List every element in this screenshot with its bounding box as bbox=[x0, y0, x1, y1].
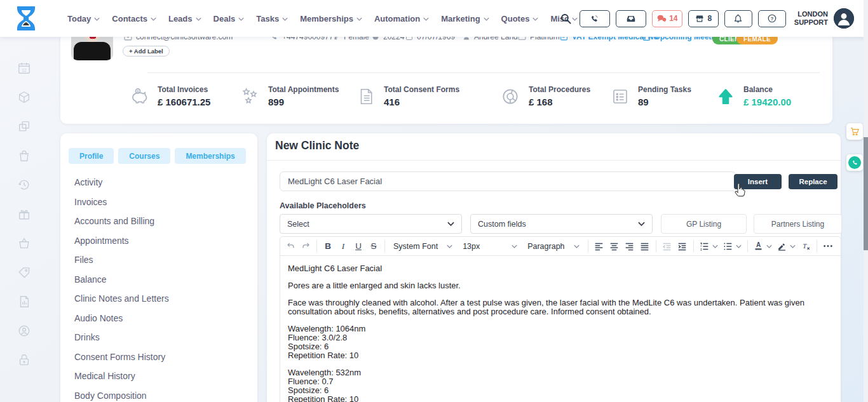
phone-icon bbox=[848, 156, 861, 169]
indent-button[interactable] bbox=[675, 239, 690, 254]
outdent-button[interactable] bbox=[660, 239, 675, 254]
align-right-button[interactable] bbox=[622, 239, 637, 254]
nav-item-leads[interactable]: Leads bbox=[168, 14, 201, 23]
insert-button[interactable]: Insert bbox=[734, 174, 782, 189]
strikethrough-button[interactable]: S bbox=[366, 239, 381, 254]
ordered-list-button[interactable] bbox=[697, 239, 712, 254]
menu-item-clinic-notes-and-letters[interactable]: Clinic Notes and Letters bbox=[74, 289, 169, 309]
replace-button[interactable]: Replace bbox=[789, 174, 837, 189]
editor-toolbar: B I U S System Font 13px Paragraph bbox=[280, 237, 841, 256]
note-line: Fluence: 3.0/2.8 bbox=[288, 333, 833, 342]
partners-listing-button[interactable]: Partners Listing bbox=[754, 214, 842, 234]
note-title-input[interactable] bbox=[280, 171, 736, 191]
block-format-select[interactable]: Paragraph bbox=[527, 242, 579, 251]
placeholder-select[interactable]: Select bbox=[280, 214, 462, 234]
question-mark-icon: ? bbox=[767, 13, 777, 23]
nav-item-contacts[interactable]: Contacts bbox=[112, 14, 156, 23]
menu-item-accounts-and-billing[interactable]: Accounts and Billing bbox=[74, 211, 169, 231]
stat-balance: Balance£ 19420.00 bbox=[716, 85, 791, 108]
italic-button[interactable]: I bbox=[336, 239, 351, 254]
copy-icon[interactable] bbox=[17, 119, 31, 133]
clinic-software-logo[interactable] bbox=[14, 5, 38, 32]
font-size-select[interactable]: 13px bbox=[463, 242, 517, 251]
tab-memberships[interactable]: Memberships bbox=[175, 148, 245, 164]
bell-icon bbox=[733, 13, 743, 23]
package-icon[interactable] bbox=[17, 90, 31, 104]
nav-item-today[interactable]: Today bbox=[67, 14, 100, 23]
highlight-color-button[interactable] bbox=[775, 239, 790, 254]
scrollbar-thumb[interactable] bbox=[864, 137, 868, 250]
call-float-button[interactable] bbox=[846, 154, 863, 171]
svg-text:T: T bbox=[803, 242, 807, 250]
nav-item-marketing[interactable]: Marketing bbox=[441, 14, 489, 23]
history-icon[interactable] bbox=[17, 178, 31, 192]
note-paragraph: MedLight C6 Laser Facial bbox=[288, 264, 833, 273]
chevron-down-icon[interactable] bbox=[766, 245, 772, 248]
menu-item-balance[interactable]: Balance bbox=[74, 270, 169, 290]
align-left-button[interactable] bbox=[592, 239, 607, 254]
chevron-down-icon bbox=[151, 17, 156, 21]
chevron-down-icon[interactable] bbox=[712, 245, 718, 248]
user-circle-icon[interactable] bbox=[17, 324, 31, 338]
menu-item-medical-history[interactable]: Medical History bbox=[74, 366, 169, 386]
text-color-button[interactable]: A bbox=[751, 239, 766, 254]
lock-icon[interactable] bbox=[17, 353, 31, 367]
nav-item-quotes[interactable]: Quotes bbox=[501, 14, 539, 23]
menu-item-invoices[interactable]: Invoices bbox=[74, 192, 169, 212]
phone-calls-button[interactable] bbox=[580, 10, 610, 27]
user-avatar[interactable] bbox=[834, 8, 854, 29]
shopping-bag-icon[interactable] bbox=[17, 149, 31, 163]
menu-item-appointments[interactable]: Appointments bbox=[74, 231, 169, 251]
tab-profile[interactable]: Profile bbox=[69, 148, 114, 164]
menu-item-activity[interactable]: Activity bbox=[74, 173, 169, 192]
custom-fields-select[interactable]: Custom fields bbox=[470, 214, 653, 234]
help-button[interactable]: ? bbox=[758, 10, 786, 27]
align-center-button[interactable] bbox=[607, 239, 622, 254]
chat-count-badge: 14 bbox=[669, 14, 677, 23]
gift-icon[interactable] bbox=[17, 207, 31, 221]
align-justify-button[interactable] bbox=[637, 239, 653, 254]
bold-button[interactable]: B bbox=[320, 239, 336, 254]
chevron-down-icon[interactable] bbox=[790, 245, 796, 248]
cart-float-button[interactable] bbox=[846, 123, 863, 140]
add-label-button[interactable]: + Add Label bbox=[123, 46, 170, 57]
chevron-down-icon[interactable] bbox=[736, 245, 742, 248]
app-screen: connect@clinicsoftware.com +447490009777… bbox=[0, 0, 868, 402]
shopping-basket-icon[interactable] bbox=[17, 236, 31, 250]
stat-pending-tasks: Pending Tasks89 bbox=[611, 85, 691, 108]
font-family-select[interactable]: System Font bbox=[393, 242, 452, 251]
nav-item-deals[interactable]: Deals bbox=[214, 14, 245, 23]
undo-button[interactable] bbox=[283, 239, 298, 254]
pos-shop-button[interactable]: 8 bbox=[688, 10, 719, 27]
note-line: Spotsize: 6 bbox=[288, 342, 833, 351]
menu-item-files[interactable]: Files bbox=[74, 250, 169, 270]
chevron-down-icon bbox=[512, 245, 517, 248]
clear-formatting-button[interactable]: T bbox=[798, 239, 813, 254]
stat-total-procedures: Total Procedures£ 168 bbox=[500, 85, 590, 108]
note-line: Repetition Rate: 10 bbox=[288, 395, 833, 402]
redo-button[interactable] bbox=[298, 239, 313, 254]
menu-item-consent-forms-history[interactable]: Consent Forms History bbox=[74, 347, 169, 367]
checklist-icon bbox=[611, 86, 630, 107]
calendar-12-icon[interactable]: 12 bbox=[17, 61, 31, 75]
price-tag-icon[interactable] bbox=[17, 265, 31, 279]
nav-item-memberships[interactable]: Memberships bbox=[300, 14, 362, 23]
document-icon bbox=[356, 86, 376, 107]
menu-item-body-composition[interactable]: Body Composition bbox=[74, 386, 169, 402]
chat-messages-button[interactable]: 14 bbox=[652, 10, 682, 27]
search-icon[interactable] bbox=[560, 13, 572, 25]
menu-item-drinks[interactable]: Drinks bbox=[74, 328, 169, 347]
nav-item-automation[interactable]: Automation bbox=[374, 14, 429, 23]
laser-settings-block-1: Wavelength: 1064nm Fluence: 3.0/2.8 Spot… bbox=[288, 325, 833, 360]
inbox-button[interactable] bbox=[616, 10, 646, 27]
nav-item-tasks[interactable]: Tasks bbox=[256, 14, 288, 23]
gp-listing-button[interactable]: GP Listing bbox=[661, 214, 747, 234]
more-options-button[interactable] bbox=[820, 239, 836, 254]
bullet-list-button[interactable] bbox=[721, 239, 736, 254]
editor-content[interactable]: MedLight C6 Laser Facial Pores are a lit… bbox=[280, 256, 841, 402]
underline-button[interactable]: U bbox=[351, 239, 366, 254]
notifications-button[interactable] bbox=[724, 10, 752, 27]
report-chart-icon[interactable] bbox=[17, 295, 31, 309]
tab-courses[interactable]: Courses bbox=[118, 148, 170, 164]
menu-item-audio-notes[interactable]: Audio Notes bbox=[74, 309, 169, 328]
